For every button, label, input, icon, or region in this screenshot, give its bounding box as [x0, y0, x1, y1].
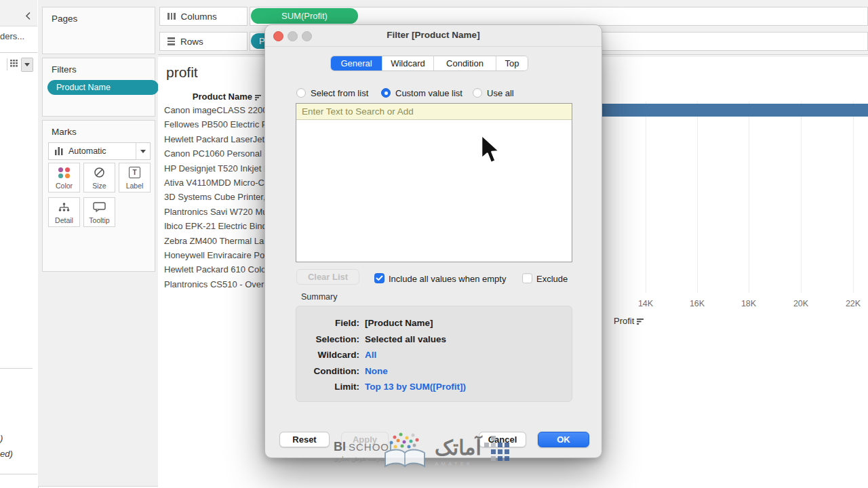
- axis-tick: 16K: [690, 299, 705, 308]
- rows-icon: [167, 37, 175, 45]
- bi-school-book-logo: [381, 431, 430, 470]
- filters-shelf[interactable]: Filters Product Name: [42, 58, 155, 117]
- wildcard-link[interactable]: All: [365, 347, 376, 363]
- columns-label: Columns: [181, 12, 217, 22]
- gridline: [749, 102, 749, 293]
- field-name-fragment: ): [0, 433, 3, 443]
- sort-descending-icon[interactable]: [255, 94, 261, 101]
- limit-link[interactable]: Top 13 by SUM([Profit]): [365, 379, 466, 395]
- search-input[interactable]: [296, 104, 572, 119]
- dialog-title: Filter [Product Name]: [265, 25, 601, 46]
- pane-divider: [0, 368, 33, 369]
- summary-row-wildcard: Wildcard:All: [296, 347, 572, 363]
- rows-label: Rows: [180, 37, 203, 47]
- marks-label: Marks: [52, 127, 77, 137]
- value-list-box: [296, 103, 572, 262]
- pages-label: Pages: [52, 14, 77, 24]
- search-row: [296, 104, 572, 120]
- condition-link[interactable]: None: [365, 363, 388, 380]
- tab-condition[interactable]: Condition: [434, 56, 496, 70]
- detail-label: Detail: [55, 216, 73, 224]
- gridline: [697, 102, 698, 293]
- filters-label: Filters: [52, 64, 77, 75]
- filter-dialog: Filter [Product Name] General Wildcard C…: [264, 24, 602, 458]
- radio-icon: [296, 88, 306, 98]
- bar-chart-icon: [55, 147, 64, 155]
- ok-button[interactable]: OK: [538, 432, 589, 447]
- columns-pill-sum-profit[interactable]: SUM(Profit): [251, 8, 358, 24]
- amatek-logo-text: آماتک: [435, 436, 481, 460]
- radio-label: Select from list: [311, 88, 368, 98]
- axis-tick: 14K: [638, 299, 653, 308]
- label-label: Label: [126, 182, 144, 190]
- summary-heading: Summary: [301, 292, 337, 302]
- radio-label: Use all: [487, 88, 514, 98]
- include-all-values-checkbox[interactable]: [374, 273, 384, 283]
- detail-icon: [58, 198, 70, 216]
- summary-row-selection: Selection:Selected all values: [296, 331, 572, 348]
- clear-list-button[interactable]: Clear List: [296, 269, 359, 285]
- pages-shelf[interactable]: Pages: [42, 7, 155, 54]
- rows-shelf-label-box: Rows: [159, 32, 248, 51]
- gridline: [801, 102, 802, 293]
- color-label: Color: [56, 182, 73, 190]
- amatek-pixel-logo: [484, 434, 511, 468]
- axis-tick: 18K: [741, 299, 756, 308]
- sheet-title: profit: [166, 64, 198, 81]
- data-grid-view-icon[interactable]: [10, 60, 20, 68]
- pane-separator: [7, 58, 7, 70]
- sort-descending-icon[interactable]: [637, 318, 644, 325]
- mark-type-dropdown[interactable]: Automatic: [48, 142, 151, 160]
- data-view-dropdown-button[interactable]: [21, 58, 33, 72]
- radio-label: Custom value list: [395, 88, 462, 98]
- include-all-values-label: Include all values when empty: [389, 274, 506, 284]
- tab-wildcard[interactable]: Wildcard: [382, 56, 434, 70]
- radio-use-all[interactable]: Use all: [473, 87, 514, 98]
- columns-shelf-label-box: Columns: [159, 7, 248, 26]
- reset-button[interactable]: Reset: [279, 432, 330, 447]
- size-button[interactable]: Size: [83, 163, 115, 192]
- mark-type-value: Automatic: [68, 146, 106, 156]
- axis-tick: 20K: [793, 299, 808, 308]
- pane-divider: [0, 52, 37, 53]
- axis-title[interactable]: Profit: [614, 316, 644, 326]
- collapse-pane-icon[interactable]: [25, 12, 31, 20]
- radio-selected-icon: [381, 88, 391, 98]
- chevron-down-icon: [24, 63, 30, 66]
- gridline: [646, 102, 646, 293]
- filter-pill-product-name[interactable]: Product Name: [47, 80, 159, 95]
- columns-icon: [167, 13, 176, 20]
- exclude-label: Exclude: [536, 274, 568, 284]
- summary-row-condition: Condition:None: [296, 363, 572, 380]
- mark-type-caret[interactable]: [136, 143, 150, 159]
- tooltip-icon: [93, 198, 106, 216]
- amatek-watermark: آماتک AMATEK: [435, 436, 481, 467]
- radio-select-from-list[interactable]: Select from list: [296, 87, 368, 98]
- checkmark-icon: [376, 275, 383, 281]
- radio-custom-value-list[interactable]: Custom value list: [381, 87, 462, 98]
- exclude-checkbox[interactable]: [522, 273, 532, 283]
- field-name-fragment: ed): [0, 449, 13, 459]
- label-button[interactable]: T Label: [119, 163, 151, 192]
- summary-row-field: Field:[Product Name]: [296, 315, 572, 331]
- marks-card[interactable]: Marks Automatic Color Size T Label Detai…: [42, 120, 155, 272]
- chevron-down-icon: [140, 150, 146, 153]
- amatek-latin-subtitle: AMATEK: [435, 461, 481, 467]
- text-label-icon: T: [129, 163, 140, 182]
- tab-top[interactable]: Top: [496, 56, 528, 70]
- color-button[interactable]: Color: [48, 163, 80, 192]
- column-header[interactable]: Product Name: [158, 92, 261, 102]
- radio-icon: [473, 88, 482, 98]
- size-label: Size: [92, 182, 106, 190]
- data-source-name-fragment: ders...: [0, 31, 24, 41]
- axis-tick: 22K: [846, 299, 861, 308]
- summary-panel: Field:[Product Name] Selection:Selected …: [296, 306, 572, 402]
- gridline: [853, 102, 854, 293]
- detail-button[interactable]: Detail: [48, 197, 80, 227]
- size-icon: [94, 163, 105, 182]
- summary-row-limit: Limit:Top 13 by SUM([Profit]): [296, 379, 572, 395]
- tooltip-button[interactable]: Tooltip: [83, 197, 115, 227]
- data-pane: [0, 0, 39, 488]
- dialog-titlebar[interactable]: Filter [Product Name]: [265, 25, 601, 47]
- tab-general[interactable]: General: [331, 56, 382, 70]
